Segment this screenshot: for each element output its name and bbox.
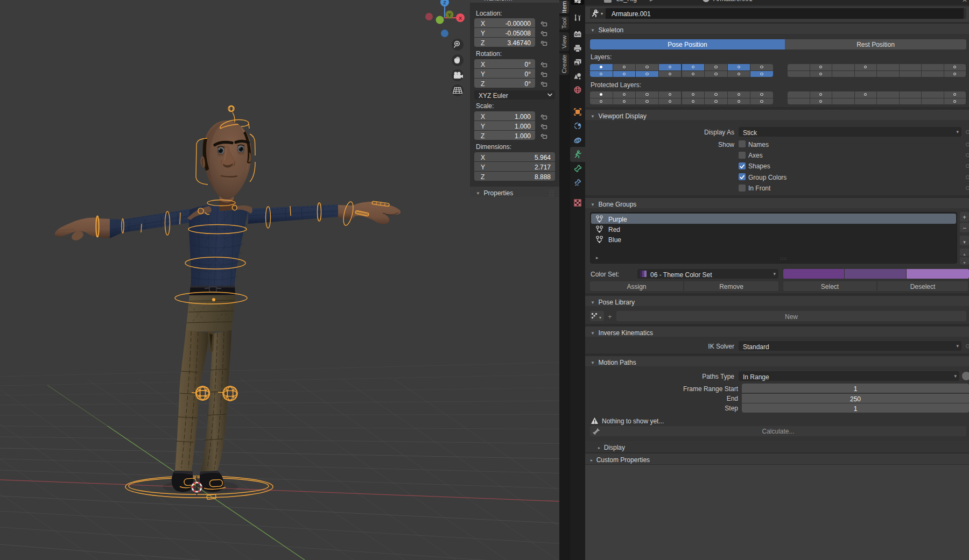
svg-text:Y: Y bbox=[448, 12, 451, 18]
svg-text:Z: Z bbox=[443, 0, 446, 5]
svg-text:X: X bbox=[459, 16, 462, 21]
